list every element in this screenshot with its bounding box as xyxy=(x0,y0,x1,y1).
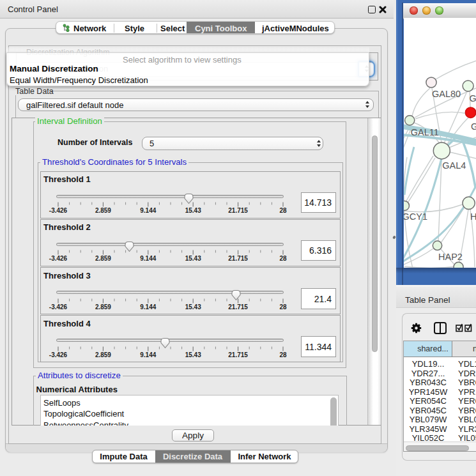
svg-text:G: G xyxy=(471,121,476,132)
svg-text:H: H xyxy=(470,211,476,222)
svg-text:GCY1: GCY1 xyxy=(404,211,427,222)
svg-text:GAL4: GAL4 xyxy=(442,160,466,171)
svg-text:GA: GA xyxy=(470,93,476,104)
svg-text:HAP2: HAP2 xyxy=(438,252,463,262)
svg-text:GAL80: GAL80 xyxy=(432,89,461,99)
svg-text:GAL11: GAL11 xyxy=(411,127,439,137)
